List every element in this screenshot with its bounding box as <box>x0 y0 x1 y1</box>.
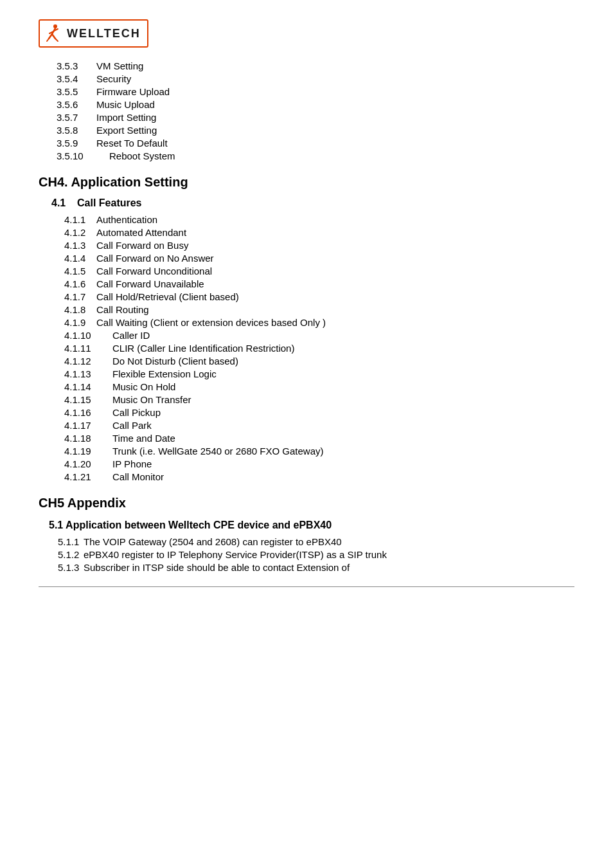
toc-item-419: 4.1.9 Call Waiting (Client or extension … <box>39 316 574 329</box>
toc-number-4116: 4.1.16 <box>39 407 112 418</box>
toc-number-4113: 4.1.13 <box>39 368 112 379</box>
toc-number-512: 5.1.2 <box>39 549 84 560</box>
ch4-heading: CH4. Application Setting <box>39 175 574 190</box>
toc-number-4118: 4.1.18 <box>39 433 112 444</box>
toc-number-4117: 4.1.17 <box>39 420 112 431</box>
toc-item-414: 4.1.4 Call Forward on No Answer <box>39 251 574 264</box>
toc-number-4114: 4.1.14 <box>39 381 112 392</box>
ch4-section-41: 4.1 Call Features <box>39 197 574 209</box>
toc-label-355: Firmware Upload <box>96 86 170 97</box>
toc-35-list: 3.5.3 VM Setting 3.5.4 Security 3.5.5 Fi… <box>39 59 574 162</box>
toc-item-4112: 4.1.12 Do Not Disturb (Client based) <box>39 354 574 367</box>
toc-number-412: 4.1.2 <box>39 227 96 238</box>
toc-number-358: 3.5.8 <box>39 125 96 136</box>
toc-number-416: 4.1.6 <box>39 278 96 289</box>
toc-item-4118: 4.1.18 Time and Date <box>39 431 574 444</box>
toc-number-356: 3.5.6 <box>39 99 96 110</box>
toc-item-511: 5.1.1 The VOIP Gateway (2504 and 2608) c… <box>39 535 574 548</box>
toc-item-355: 3.5.5 Firmware Upload <box>39 85 574 98</box>
toc-label-512: ePBX40 register to IP Telephony Service … <box>84 549 387 560</box>
toc-number-357: 3.5.7 <box>39 112 96 123</box>
toc-label-354: Security <box>96 73 131 84</box>
toc-label-4119: Trunk (i.e. WellGate 2540 or 2680 FXO Ga… <box>112 446 323 457</box>
toc-number-4115: 4.1.15 <box>39 394 112 405</box>
toc-number-414: 4.1.4 <box>39 253 96 264</box>
toc-51-list: 5.1.1 The VOIP Gateway (2504 and 2608) c… <box>39 535 574 574</box>
toc-item-4110: 4.1.10 Caller ID <box>39 329 574 341</box>
toc-item-353: 3.5.3 VM Setting <box>39 59 574 72</box>
logo-text: WELLTECH <box>67 27 141 41</box>
toc-item-416: 4.1.6 Call Forward Unavailable <box>39 277 574 290</box>
toc-label-413: Call Forward on Busy <box>96 240 188 251</box>
toc-number-513: 5.1.3 <box>39 562 84 573</box>
toc-number-353: 3.5.3 <box>39 60 96 71</box>
toc-number-4119: 4.1.19 <box>39 446 112 457</box>
toc-number-4111: 4.1.11 <box>39 343 112 354</box>
toc-label-358: Export Setting <box>96 125 157 136</box>
toc-item-4116: 4.1.16 Call Pickup <box>39 406 574 419</box>
toc-number-354: 3.5.4 <box>39 73 96 84</box>
toc-item-512: 5.1.2 ePBX40 register to IP Telephony Se… <box>39 548 574 561</box>
toc-label-4118: Time and Date <box>112 433 175 444</box>
toc-label-4112: Do Not Disturb (Client based) <box>112 356 238 366</box>
toc-number-411: 4.1.1 <box>39 214 96 225</box>
toc-number-419: 4.1.9 <box>39 317 96 328</box>
toc-number-4110: 4.1.10 <box>39 330 112 341</box>
toc-item-4115: 4.1.15 Music On Transfer <box>39 393 574 406</box>
toc-item-412: 4.1.2 Automated Attendant <box>39 226 574 239</box>
toc-label-3510: Reboot System <box>109 150 175 161</box>
toc-number-511: 5.1.1 <box>39 536 84 547</box>
logo-area: WELLTECH <box>39 19 574 48</box>
toc-number-415: 4.1.5 <box>39 266 96 276</box>
toc-label-414: Call Forward on No Answer <box>96 253 214 264</box>
toc-number-418: 4.1.8 <box>39 304 96 315</box>
toc-label-416: Call Forward Unavailable <box>96 278 204 289</box>
toc-item-4113: 4.1.13 Flexible Extension Logic <box>39 367 574 380</box>
toc-item-356: 3.5.6 Music Upload <box>39 98 574 111</box>
toc-number-4112: 4.1.12 <box>39 356 112 366</box>
toc-label-4116: Call Pickup <box>112 407 161 418</box>
toc-number-4120: 4.1.20 <box>39 458 112 469</box>
toc-item-418: 4.1.8 Call Routing <box>39 303 574 316</box>
svg-line-7 <box>55 39 58 41</box>
toc-41-list: 4.1.1 Authentication 4.1.2 Automated Att… <box>39 213 574 483</box>
toc-item-4120: 4.1.20 IP Phone <box>39 457 574 470</box>
svg-line-5 <box>47 39 49 41</box>
toc-number-3510: 3.5.10 <box>39 150 109 161</box>
toc-number-359: 3.5.9 <box>39 138 96 149</box>
toc-label-4120: IP Phone <box>112 458 152 469</box>
toc-item-4111: 4.1.11 CLIR (Caller Line Identification … <box>39 341 574 354</box>
toc-label-419: Call Waiting (Client or extension device… <box>96 317 326 328</box>
ch5-section-51: 5.1 Application between Welltech CPE dev… <box>39 520 574 531</box>
toc-label-357: Import Setting <box>96 112 156 123</box>
toc-label-4117: Call Park <box>112 420 152 431</box>
toc-label-4110: Caller ID <box>112 330 150 341</box>
toc-label-415: Call Forward Unconditional <box>96 266 212 276</box>
toc-label-417: Call Hold/Retrieval (Client based) <box>96 291 239 302</box>
toc-item-357: 3.5.7 Import Setting <box>39 111 574 123</box>
toc-item-513: 5.1.3 Subscriber in ITSP side should be … <box>39 561 574 574</box>
toc-label-511: The VOIP Gateway (2504 and 2608) can reg… <box>84 536 342 547</box>
toc-item-4114: 4.1.14 Music On Hold <box>39 380 574 393</box>
toc-label-359: Reset To Default <box>96 138 168 149</box>
toc-number-4121: 4.1.21 <box>39 471 112 482</box>
toc-label-4113: Flexible Extension Logic <box>112 368 217 379</box>
toc-item-3510: 3.5.10 Reboot System <box>39 149 574 162</box>
logo-runner-icon <box>44 23 64 44</box>
toc-item-354: 3.5.4 Security <box>39 72 574 85</box>
toc-label-4114: Music On Hold <box>112 381 175 392</box>
toc-number-417: 4.1.7 <box>39 291 96 302</box>
section-41-label: Call Features <box>77 197 141 208</box>
toc-label-356: Music Upload <box>96 99 155 110</box>
toc-label-4115: Music On Transfer <box>112 394 191 405</box>
ch5-heading: CH5 Appendix <box>39 496 574 511</box>
toc-item-413: 4.1.3 Call Forward on Busy <box>39 239 574 251</box>
section-41-number: 4.1 <box>51 197 66 208</box>
toc-label-4111: CLIR (Caller Line Identification Restric… <box>112 343 294 354</box>
toc-item-359: 3.5.9 Reset To Default <box>39 136 574 149</box>
toc-label-412: Automated Attendant <box>96 227 186 238</box>
toc-item-4117: 4.1.17 Call Park <box>39 419 574 431</box>
toc-label-513: Subscriber in ITSP side should be able t… <box>84 562 350 573</box>
toc-item-411: 4.1.1 Authentication <box>39 213 574 226</box>
toc-item-417: 4.1.7 Call Hold/Retrieval (Client based) <box>39 290 574 303</box>
